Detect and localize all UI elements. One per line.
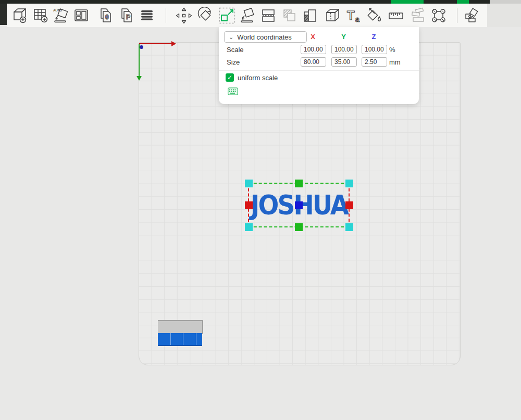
split-objects-button[interactable] <box>462 6 481 26</box>
move-button[interactable] <box>174 6 194 26</box>
coordinate-system-value: World coordinates <box>237 33 292 41</box>
size-x-input[interactable] <box>301 57 326 67</box>
cut-button[interactable] <box>258 6 278 26</box>
uniform-scale-label: uniform scale <box>238 74 278 82</box>
measure-button[interactable] <box>386 6 406 26</box>
scale-handle-bottom-mid[interactable] <box>295 223 303 231</box>
keyboard-shortcut-button[interactable] <box>228 87 238 97</box>
y-axis-arrow <box>139 44 140 76</box>
arrange-button[interactable] <box>71 6 91 26</box>
scale-handle-bottom-right[interactable] <box>345 223 353 231</box>
x-axis-arrow <box>139 43 171 44</box>
scale-button[interactable] <box>217 6 237 26</box>
window-left-edge <box>0 4 7 25</box>
seam-icon <box>430 7 448 24</box>
selection-bounding-box <box>249 183 349 227</box>
toolbar-separator-2 <box>457 8 457 23</box>
copy-button[interactable]: 0 <box>96 6 116 26</box>
top-strip-green-accent <box>391 0 424 4</box>
auto-orient-icon: AUTO <box>52 7 70 24</box>
add-model-button[interactable] <box>10 6 30 26</box>
axis-header-y: Y <box>331 33 356 41</box>
plate-object-gray-part[interactable] <box>158 320 203 334</box>
toolbar-right-filler <box>487 4 521 27</box>
split-parts-button[interactable] <box>300 6 320 26</box>
scale-handle-mid-right[interactable] <box>345 201 353 209</box>
lay-flat-button[interactable] <box>238 6 257 26</box>
coordinate-system-dropdown[interactable]: ⌄ World coordinates <box>224 31 307 43</box>
size-y-input[interactable] <box>331 57 357 67</box>
scale-handle-top-left[interactable] <box>245 180 253 187</box>
plate-object-blue-part[interactable] <box>158 333 202 346</box>
rotate-icon <box>197 7 215 24</box>
copy-glyph: 0 <box>105 14 109 21</box>
window-top-strip <box>0 0 521 4</box>
layers-button[interactable] <box>137 6 157 26</box>
seam-button[interactable] <box>429 6 449 26</box>
axis-header-z: Z <box>362 33 386 41</box>
scale-handle-bottom-left[interactable] <box>245 223 253 231</box>
top-strip-green-accent-2 <box>457 0 469 4</box>
scale-handle-top-mid[interactable] <box>295 180 303 187</box>
z-axis-origin-dot <box>140 45 143 49</box>
assembly-icon <box>409 7 427 24</box>
scale-icon <box>218 7 236 24</box>
scale-x-input[interactable] <box>301 45 326 54</box>
text-tool-icon: T a <box>345 7 363 24</box>
paste-glyph: P <box>126 14 130 21</box>
assembly-button[interactable] <box>408 6 428 26</box>
cut-icon <box>259 7 277 24</box>
uniform-scale-checkbox[interactable]: ✓ <box>226 73 234 82</box>
panel-divider <box>219 70 419 71</box>
scale-unit: % <box>389 45 395 55</box>
auto-orient-button[interactable]: AUTO <box>51 6 71 26</box>
measure-icon <box>387 7 405 24</box>
x-axis-arrowhead <box>171 41 176 46</box>
add-model-icon <box>11 7 29 24</box>
merge-button[interactable] <box>280 6 300 26</box>
paste-button[interactable]: P <box>117 6 137 26</box>
merge-icon <box>281 7 299 24</box>
arrange-icon <box>72 7 90 24</box>
add-plate-button[interactable] <box>31 6 51 26</box>
rotate-button[interactable] <box>196 6 216 26</box>
layers-icon <box>138 7 156 24</box>
size-z-input[interactable] <box>362 57 387 67</box>
scale-panel: ⌄ World coordinates X Y Z Scale % Size m… <box>219 27 419 104</box>
add-plate-icon <box>32 7 49 24</box>
text-tool-glyph-a: a <box>355 15 359 23</box>
y-axis-arrowhead <box>137 76 142 81</box>
keyboard-icon <box>228 87 238 95</box>
split-objects-icon <box>463 7 480 24</box>
size-row-label: Size <box>227 58 240 67</box>
chevron-down-icon: ⌄ <box>229 34 233 41</box>
lay-flat-icon <box>239 7 256 24</box>
scale-handle-mid-left[interactable] <box>245 201 253 209</box>
top-strip-gray-segment <box>490 0 521 4</box>
paste-icon: P <box>118 7 135 24</box>
auto-label: AUTO <box>53 9 62 12</box>
size-unit: mm <box>389 58 401 67</box>
toolbar-separator-1 <box>166 8 166 23</box>
color-paint-icon <box>365 7 383 24</box>
main-toolbar: AUTO 0 P <box>7 4 487 27</box>
color-paint-button[interactable] <box>364 6 384 26</box>
scale-z-input[interactable] <box>362 45 387 54</box>
scale-handle-center[interactable] <box>295 201 303 209</box>
scale-y-input[interactable] <box>331 45 357 54</box>
mesh-boolean-button[interactable] <box>323 6 343 26</box>
mesh-boolean-icon <box>324 7 342 24</box>
scale-handle-top-right[interactable] <box>345 180 353 187</box>
split-parts-icon <box>301 7 319 24</box>
axis-header-x: X <box>301 33 325 41</box>
copy-icon: 0 <box>97 7 115 24</box>
move-icon <box>175 7 193 24</box>
scale-row-label: Scale <box>227 45 244 55</box>
text-tool-glyph-t: T <box>347 8 355 22</box>
text-tool-button[interactable]: T a <box>344 6 364 26</box>
